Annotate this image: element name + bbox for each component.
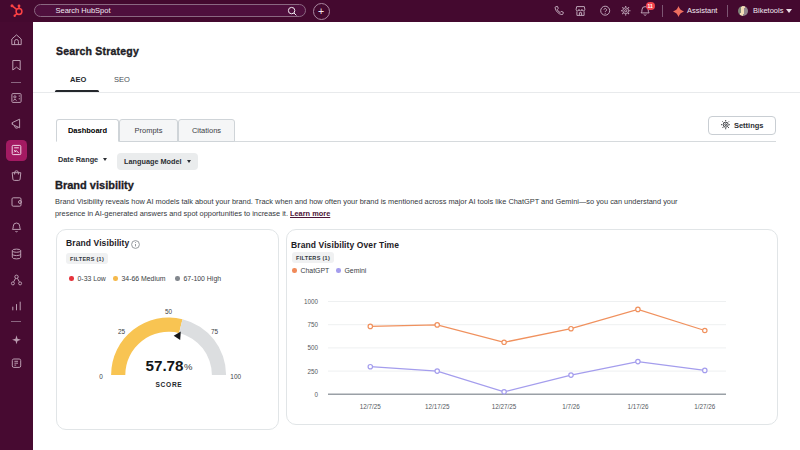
svg-text:1/7/26: 1/7/26 <box>562 403 580 410</box>
svg-text:12/17/25: 12/17/25 <box>425 403 450 410</box>
svg-text:1/27/26: 1/27/26 <box>694 403 716 410</box>
svg-text:50: 50 <box>165 308 173 315</box>
svg-text:100: 100 <box>230 373 241 380</box>
svg-text:25: 25 <box>118 328 126 335</box>
svg-text:500: 500 <box>307 344 318 351</box>
svg-text:750: 750 <box>307 321 318 328</box>
svg-text:57.78: 57.78 <box>145 357 183 374</box>
svg-text:SCORE: SCORE <box>156 381 183 388</box>
svg-text:0: 0 <box>99 373 103 380</box>
svg-text:12/27/25: 12/27/25 <box>492 403 517 410</box>
svg-text:1000: 1000 <box>304 298 319 305</box>
svg-text:12/7/25: 12/7/25 <box>360 403 382 410</box>
svg-text:0: 0 <box>314 391 318 398</box>
svg-text:1/17/26: 1/17/26 <box>627 403 649 410</box>
svg-text:250: 250 <box>307 368 318 375</box>
svg-text:%: % <box>184 361 193 372</box>
svg-text:75: 75 <box>211 328 219 335</box>
